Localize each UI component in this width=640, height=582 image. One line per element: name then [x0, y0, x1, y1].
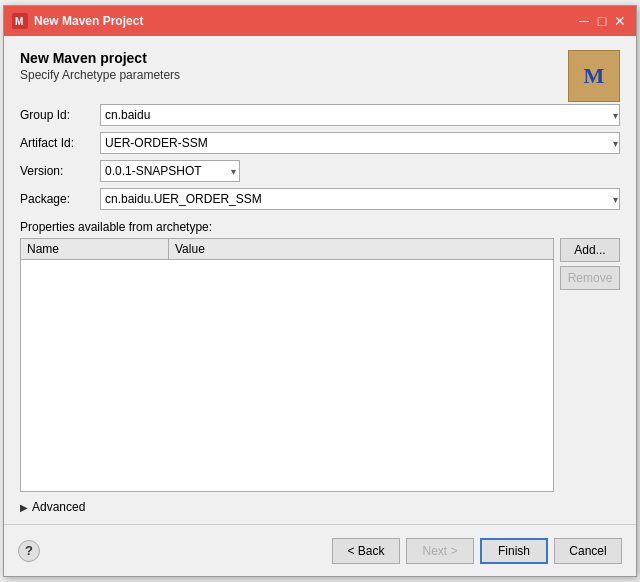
version-row: Version: 0.0.1-SNAPSHOT ▾: [20, 160, 620, 182]
window-title: New Maven Project: [34, 14, 576, 28]
properties-label: Properties available from archetype:: [20, 220, 620, 234]
properties-section: Name Value Add... Remove: [20, 238, 620, 492]
title-bar: M New Maven Project ─ □ ✕: [4, 6, 636, 36]
maven-logo: M: [568, 50, 620, 102]
remove-button[interactable]: Remove: [560, 266, 620, 290]
minimize-button[interactable]: ─: [576, 13, 592, 29]
back-button[interactable]: < Back: [332, 538, 400, 564]
maximize-button[interactable]: □: [594, 13, 610, 29]
name-column-header: Name: [21, 239, 169, 259]
page-title: New Maven project: [20, 50, 620, 66]
main-window: M New Maven Project ─ □ ✕ New Maven proj…: [3, 5, 637, 577]
artifact-id-label: Artifact Id:: [20, 136, 100, 150]
next-button[interactable]: Next >: [406, 538, 474, 564]
group-id-wrapper: ▾: [100, 104, 620, 126]
group-id-row: Group Id: ▾: [20, 104, 620, 126]
package-input[interactable]: [100, 188, 620, 210]
finish-button[interactable]: Finish: [480, 538, 548, 564]
close-button[interactable]: ✕: [612, 13, 628, 29]
svg-text:M: M: [15, 16, 23, 27]
help-button[interactable]: ?: [18, 540, 40, 562]
advanced-label: Advanced: [32, 500, 85, 514]
window-controls: ─ □ ✕: [576, 13, 628, 29]
footer-right: < Back Next > Finish Cancel: [332, 538, 622, 564]
page-subtitle: Specify Archetype parameters: [20, 68, 620, 82]
header-area: New Maven project Specify Archetype para…: [20, 50, 620, 94]
package-label: Package:: [20, 192, 100, 206]
artifact-id-row: Artifact Id: ▾: [20, 132, 620, 154]
advanced-arrow-icon: ▶: [20, 502, 28, 513]
dialog-footer: ? < Back Next > Finish Cancel: [4, 524, 636, 576]
package-wrapper: ▾: [100, 188, 620, 210]
table-header: Name Value: [21, 239, 553, 260]
group-id-input[interactable]: [100, 104, 620, 126]
advanced-row[interactable]: ▶ Advanced: [20, 500, 620, 514]
group-id-label: Group Id:: [20, 108, 100, 122]
artifact-id-input[interactable]: [100, 132, 620, 154]
footer-left: ?: [18, 540, 40, 562]
table-side-buttons: Add... Remove: [560, 238, 620, 492]
add-button[interactable]: Add...: [560, 238, 620, 262]
table-body: [21, 260, 553, 491]
artifact-id-wrapper: ▾: [100, 132, 620, 154]
package-row: Package: ▾: [20, 188, 620, 210]
properties-table: Name Value: [20, 238, 554, 492]
value-column-header: Value: [169, 239, 553, 259]
version-label: Version:: [20, 164, 100, 178]
version-select-wrapper: 0.0.1-SNAPSHOT ▾: [100, 160, 240, 182]
dialog-content: New Maven project Specify Archetype para…: [4, 36, 636, 524]
version-select[interactable]: 0.0.1-SNAPSHOT: [100, 160, 240, 182]
cancel-button[interactable]: Cancel: [554, 538, 622, 564]
window-icon: M: [12, 13, 28, 29]
